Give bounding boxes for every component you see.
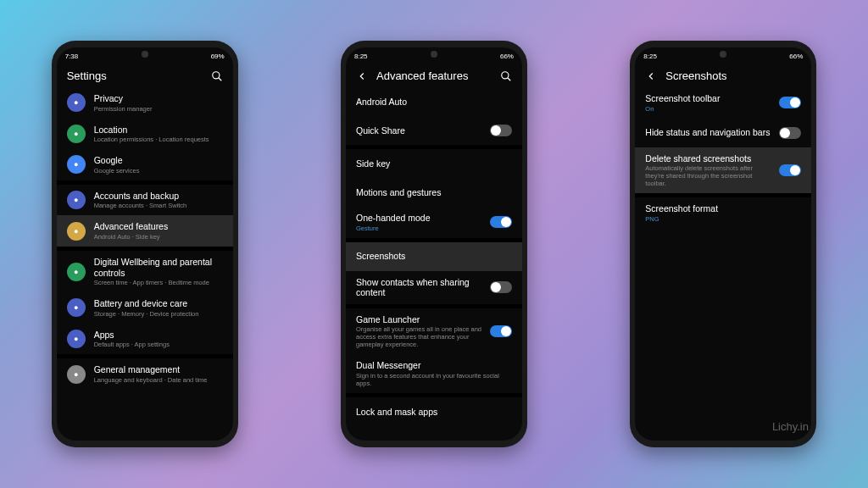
row-text: Side key bbox=[356, 158, 512, 169]
settings-row[interactable]: Android Auto bbox=[346, 87, 522, 116]
row-text: Delete shared screenshotsAutomatically d… bbox=[645, 153, 771, 188]
row-text: Android Auto bbox=[356, 97, 512, 108]
row-sublabel: Sign in to a second account in your favo… bbox=[356, 372, 512, 387]
location-icon: ● bbox=[67, 125, 86, 143]
row-text: LocationLocation permissions · Location … bbox=[94, 125, 223, 144]
settings-row[interactable]: Hide status and navigation bars bbox=[635, 119, 811, 147]
watermark: Lichy.in bbox=[772, 420, 809, 433]
settings-row[interactable]: ●General managementLanguage and keyboard… bbox=[57, 358, 233, 390]
back-icon[interactable] bbox=[356, 70, 368, 82]
settings-row[interactable]: ●Battery and device careStorage · Memory… bbox=[57, 292, 233, 324]
screen: 7:38 69% Settings ●PrivacyPermission man… bbox=[57, 47, 233, 441]
row-sublabel: Default apps · App settings bbox=[94, 341, 223, 348]
row-text: Quick Share bbox=[356, 125, 481, 136]
status-time: 7:38 bbox=[65, 53, 79, 60]
row-text: General managementLanguage and keyboard … bbox=[94, 364, 223, 384]
row-label: Digital Wellbeing and parental controls bbox=[94, 257, 223, 278]
settings-row[interactable]: ●Advanced featuresAndroid Auto · Side ke… bbox=[57, 215, 233, 247]
apps-icon: ● bbox=[67, 330, 86, 348]
back-icon[interactable] bbox=[645, 70, 657, 82]
row-text: Screenshots bbox=[356, 251, 512, 262]
row-label: General management bbox=[94, 364, 223, 375]
privacy-icon: ● bbox=[67, 93, 86, 112]
status-bar: 8:25 66% bbox=[635, 47, 811, 64]
row-sublabel: Screen time · App timers · Bedtime mode bbox=[94, 279, 223, 286]
row-text: AppsDefault apps · App settings bbox=[94, 330, 223, 349]
row-label: Location bbox=[94, 125, 223, 136]
svg-line-1 bbox=[218, 77, 221, 80]
row-text: GoogleGoogle services bbox=[94, 155, 223, 175]
settings-row[interactable]: Side key bbox=[346, 149, 522, 178]
row-text: Screenshot formatPNG bbox=[645, 203, 801, 223]
header: Advanced features bbox=[346, 64, 522, 87]
advanced-icon: ● bbox=[67, 222, 86, 241]
row-label: Quick Share bbox=[356, 125, 481, 136]
row-text: Advanced featuresAndroid Auto · Side key bbox=[94, 221, 223, 241]
row-label: Battery and device care bbox=[94, 298, 223, 309]
settings-row[interactable]: Screenshot formatPNG bbox=[635, 197, 811, 229]
svg-point-2 bbox=[502, 71, 509, 78]
toggle-switch[interactable] bbox=[490, 281, 512, 293]
settings-row[interactable]: ●GoogleGoogle services bbox=[57, 149, 233, 180]
row-label: Screenshot format bbox=[645, 203, 801, 214]
screen: 8:25 66% Screenshots Screenshot toolbarO… bbox=[635, 47, 811, 441]
toggle-switch[interactable] bbox=[779, 164, 801, 176]
row-label: Android Auto bbox=[356, 97, 512, 108]
toggle-switch[interactable] bbox=[779, 127, 801, 139]
row-label: Delete shared screenshots bbox=[645, 153, 771, 164]
settings-row[interactable]: ●Accounts and backupManage accounts · Sm… bbox=[57, 185, 233, 216]
settings-row[interactable]: Quick Share bbox=[346, 116, 522, 145]
page-title: Advanced features bbox=[376, 69, 492, 82]
toggle-switch[interactable] bbox=[490, 216, 512, 228]
row-label: Screenshots bbox=[356, 251, 512, 262]
row-text: Battery and device careStorage · Memory … bbox=[94, 298, 223, 318]
row-label: Show contacts when sharing content bbox=[356, 277, 481, 298]
row-label: Apps bbox=[94, 330, 223, 341]
settings-row[interactable]: Motions and gestures bbox=[346, 178, 522, 207]
row-sublabel: Android Auto · Side key bbox=[94, 233, 223, 241]
row-label: Google bbox=[94, 155, 223, 166]
header: Screenshots bbox=[635, 64, 811, 87]
settings-row[interactable]: Screenshots bbox=[346, 242, 522, 271]
status-bar: 8:25 66% bbox=[346, 47, 522, 64]
wellbeing-icon: ● bbox=[67, 263, 86, 281]
settings-row[interactable]: Lock and mask apps bbox=[346, 397, 522, 426]
row-text: Lock and mask apps bbox=[356, 407, 512, 418]
settings-list: ●PrivacyPermission manager●LocationLocat… bbox=[57, 87, 233, 441]
settings-row[interactable]: ●AppsDefault apps · App settings bbox=[57, 324, 233, 355]
row-label: Game Launcher bbox=[356, 314, 481, 325]
row-text: Digital Wellbeing and parental controlsS… bbox=[94, 257, 223, 286]
status-right: 66% bbox=[500, 53, 514, 60]
status-bar: 7:38 69% bbox=[57, 47, 233, 64]
settings-row[interactable]: Game LauncherOrganise all your games all… bbox=[346, 308, 522, 355]
row-text: Screenshot toolbarOn bbox=[645, 93, 771, 113]
row-text: Show contacts when sharing content bbox=[356, 277, 481, 298]
search-icon[interactable] bbox=[500, 70, 512, 82]
settings-row[interactable]: Screenshot toolbarOn bbox=[635, 87, 811, 119]
settings-row[interactable]: ●LocationLocation permissions · Location… bbox=[57, 119, 233, 150]
row-sublabel: Storage · Memory · Device protection bbox=[94, 310, 223, 318]
phone-settings: 7:38 69% Settings ●PrivacyPermission man… bbox=[52, 41, 238, 447]
status-right: 69% bbox=[211, 53, 225, 60]
toggle-switch[interactable] bbox=[490, 325, 512, 337]
page-title: Settings bbox=[67, 69, 203, 82]
row-label: Privacy bbox=[94, 93, 223, 104]
settings-row[interactable]: Show contacts when sharing content bbox=[346, 271, 522, 304]
toggle-switch[interactable] bbox=[490, 125, 512, 136]
settings-row[interactable]: ●Digital Wellbeing and parental controls… bbox=[57, 251, 233, 292]
row-sublabel: Manage accounts · Smart Switch bbox=[94, 202, 223, 209]
row-text: PrivacyPermission manager bbox=[94, 93, 223, 113]
search-icon[interactable] bbox=[211, 70, 223, 82]
row-sublabel: Location permissions · Location requests bbox=[94, 136, 223, 143]
row-label: Hide status and navigation bars bbox=[645, 127, 771, 138]
row-text: Hide status and navigation bars bbox=[645, 127, 771, 138]
row-label: Screenshot toolbar bbox=[645, 93, 771, 104]
settings-row[interactable]: Delete shared screenshotsAutomatically d… bbox=[635, 147, 811, 194]
toggle-switch[interactable] bbox=[779, 97, 801, 108]
settings-row[interactable]: ●PrivacyPermission manager bbox=[57, 87, 233, 119]
row-sublabel: On bbox=[645, 105, 771, 113]
settings-row[interactable]: One-handed modeGesture bbox=[346, 207, 522, 238]
row-text: Dual MessengerSign in to a second accoun… bbox=[356, 360, 512, 387]
row-label: Side key bbox=[356, 158, 512, 169]
settings-row[interactable]: Dual MessengerSign in to a second accoun… bbox=[346, 354, 522, 393]
